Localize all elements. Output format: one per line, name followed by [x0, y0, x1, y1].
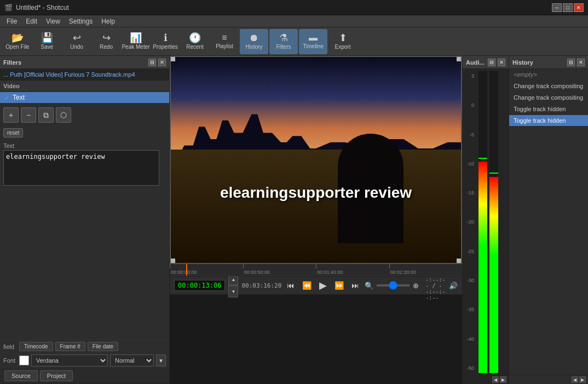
history-item-3[interactable]: Toggle track hidden: [509, 104, 588, 115]
timeline-icon: ▬: [309, 33, 318, 42]
window-title: Untitled* - Shotcut: [16, 4, 69, 12]
audio-scroll-up[interactable]: ◀: [492, 376, 499, 383]
history-item-empty[interactable]: <empty>: [509, 69, 588, 81]
duration-display: 00:03:16:20: [241, 282, 281, 289]
meter-label-20: -20: [467, 219, 474, 225]
history-label-4: Toggle track hidden: [514, 117, 566, 124]
open-file-label: Open File: [5, 44, 29, 50]
volume-button[interactable]: 🔊: [449, 282, 458, 290]
history-label: History: [245, 44, 262, 50]
history-button[interactable]: ⏺ History: [240, 29, 268, 54]
insert-field-row: field Timecode Frame # File date: [0, 340, 169, 353]
undo-icon: ↩: [73, 33, 81, 43]
filters-button[interactable]: ⚗ Filters: [269, 29, 298, 54]
meter-peak-right: [489, 173, 498, 174]
step-back-button[interactable]: ⏪: [300, 280, 314, 291]
audio-close-button[interactable]: ✕: [498, 59, 505, 66]
titlebar: 🎬 Untitled* - Shotcut ─ □ ✕: [0, 0, 588, 15]
timecode-display[interactable]: 00:00:13:06: [174, 280, 225, 291]
close-button[interactable]: ✕: [574, 3, 584, 12]
audio-float-button[interactable]: ⊟: [488, 59, 495, 66]
zoom-in-button[interactable]: ⊕: [413, 282, 419, 290]
history-item-4[interactable]: Toggle track hidden: [509, 115, 588, 127]
source-button[interactable]: Source: [4, 370, 38, 381]
properties-button[interactable]: ℹ Properties: [151, 29, 180, 54]
skip-start-button[interactable]: ⏮: [285, 280, 297, 291]
undo-button[interactable]: ↩ Undo: [62, 29, 91, 54]
menu-settings[interactable]: Settings: [65, 16, 97, 26]
filter-item-text[interactable]: ✓ Text: [0, 92, 169, 103]
menu-file[interactable]: File: [2, 16, 21, 26]
filters-float-button[interactable]: ⊟: [148, 59, 156, 66]
text-input[interactable]: [3, 150, 159, 186]
playlist-button[interactable]: ≡ Playlist: [210, 29, 239, 54]
ruler-label-1: 00:00:50:00: [244, 270, 270, 275]
font-expand-button[interactable]: ▼: [156, 354, 166, 366]
file-date-insert-button[interactable]: File date: [88, 342, 118, 351]
playback-controls: 00:00:13:06 ▲ ▼ 00:03:16:20 ⏮ ⏪ ▶ ⏩ ⏭ 🔍 …: [170, 276, 462, 295]
history-label-3: Toggle track hidden: [514, 106, 566, 112]
audio-panel-header: Audi... ⊟ ✕: [463, 56, 509, 69]
ruler-marks-container: 00:00:00:00 00:00:50:00 00:01:40:00 00:0…: [170, 264, 462, 276]
filter-copy-button[interactable]: ⧉: [38, 107, 54, 123]
filters-close-button[interactable]: ✕: [158, 59, 166, 66]
main-content: Filters ⊟ ✕ ... Puth [Official Video] Fu…: [0, 56, 588, 384]
history-panel: History ⊟ ✕ <empty> Change track composi…: [509, 56, 588, 384]
audio-scrollbar: ◀ ▶: [463, 375, 509, 384]
video-preview: elearningsupporter review: [170, 56, 462, 264]
ruler-line-3: [389, 264, 390, 268]
frame-number-insert-button[interactable]: Frame #: [55, 342, 85, 351]
filter-remove-button[interactable]: −: [21, 107, 36, 123]
menu-help[interactable]: Help: [97, 16, 119, 26]
video-section-label: Video: [0, 81, 169, 92]
history-scroll-right[interactable]: ▶: [579, 376, 586, 383]
filter-move-button[interactable]: ⬡: [56, 107, 71, 123]
font-style-select[interactable]: Normal: [110, 354, 154, 366]
font-family-select[interactable]: Verdana: [31, 354, 108, 366]
menu-view[interactable]: View: [42, 16, 65, 26]
filter-add-button[interactable]: +: [3, 107, 19, 123]
menu-edit[interactable]: Edit: [21, 16, 42, 26]
filters-label: Filters: [276, 44, 291, 50]
timecode-down-button[interactable]: ▼: [228, 285, 238, 297]
properties-icon: ℹ: [164, 33, 168, 43]
font-color-picker[interactable]: [19, 356, 29, 365]
ruler-label-0: 00:00:00:00: [171, 270, 197, 275]
zoom-out-button[interactable]: 🔍: [365, 282, 373, 290]
filters-icon: ⚗: [279, 33, 288, 43]
meter-label-25: -25: [467, 249, 474, 254]
piano-area: [170, 150, 462, 264]
recent-button[interactable]: 🕐 Recent: [181, 29, 209, 54]
timecode-insert-button[interactable]: Timecode: [19, 342, 53, 351]
history-float-button[interactable]: ⊟: [567, 59, 575, 66]
history-scroll-left[interactable]: ◀: [572, 376, 578, 383]
history-label-1: Change track compositing: [514, 83, 583, 89]
history-close-button[interactable]: ✕: [577, 59, 585, 66]
video-timeline-ruler[interactable]: 00:00:00:00 00:00:50:00 00:01:40:00 00:0…: [170, 264, 462, 276]
open-file-button[interactable]: 📂 Open File: [3, 29, 32, 54]
meter-bar-right: [489, 71, 498, 373]
skip-end-button[interactable]: ⏭: [349, 280, 361, 291]
step-forward-button[interactable]: ⏩: [332, 280, 346, 291]
audio-scroll-down[interactable]: ▶: [500, 376, 506, 383]
redo-icon: ↪: [102, 33, 111, 43]
export-button[interactable]: ⬆ Export: [328, 29, 357, 54]
project-button[interactable]: Project: [40, 370, 73, 381]
recent-icon: 🕐: [189, 33, 201, 43]
play-button[interactable]: ▶: [317, 278, 329, 293]
menubar: File Edit View Settings Help: [0, 15, 588, 27]
history-item-1[interactable]: Change track compositing: [509, 81, 588, 92]
maximize-button[interactable]: □: [563, 3, 573, 12]
history-item-2[interactable]: Change track compositing: [509, 92, 588, 104]
recent-label: Recent: [186, 44, 204, 50]
peak-meter-button[interactable]: 📊 Peak Meter: [122, 29, 150, 54]
timeline-button[interactable]: ▬ Timeline: [299, 29, 327, 54]
save-button[interactable]: 💾 Save: [33, 29, 61, 54]
redo-button[interactable]: ↪ Redo: [92, 29, 120, 54]
meter-label-5: -5: [467, 132, 474, 137]
meter-bars-container: [479, 71, 498, 373]
history-scrollbar: ◀ ▶: [509, 375, 588, 384]
reset-button[interactable]: reset: [3, 128, 23, 137]
zoom-slider[interactable]: [377, 284, 410, 286]
minimize-button[interactable]: ─: [552, 3, 562, 12]
